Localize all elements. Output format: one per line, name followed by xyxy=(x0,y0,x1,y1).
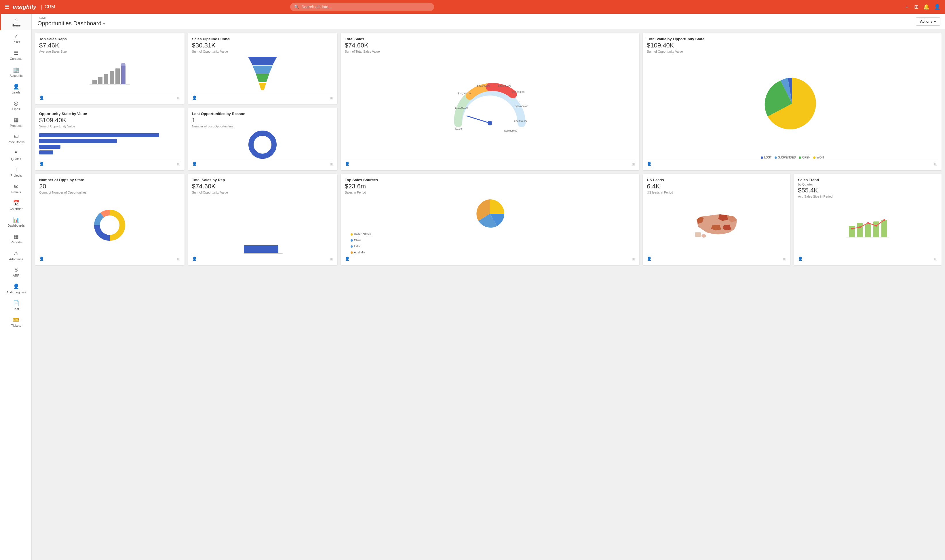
sidebar-label-dashboards: Dashboards xyxy=(8,224,25,228)
hbar-fill-2 xyxy=(39,139,117,143)
sidebar-label-emails: Emails xyxy=(11,191,21,194)
sidebar-label-reports: Reports xyxy=(11,240,22,244)
svg-rect-51 xyxy=(873,222,879,237)
price-books-icon: 🏷 xyxy=(14,134,19,140)
sidebar-item-quotes[interactable]: ❝ Quotes xyxy=(0,147,31,164)
grid-icon[interactable]: ⊞ xyxy=(914,4,919,10)
search-bar[interactable]: 🔍 xyxy=(290,3,434,11)
sidebar-label-leads: Leads xyxy=(12,91,20,94)
svg-point-26 xyxy=(488,121,492,125)
card-sales-pipeline: Sales Pipeline Funnel $30.31K Sum of Opp… xyxy=(188,33,338,104)
sidebar-item-test[interactable]: 📄 Test xyxy=(0,297,31,314)
sidebar-item-home[interactable]: ⌂ Home xyxy=(0,14,31,30)
search-input[interactable] xyxy=(301,5,430,9)
content-header: HOME Opportunities Dashboard ▾ Actions ▾ xyxy=(32,14,945,29)
actions-label: Actions xyxy=(920,19,932,24)
card-title-sales-trend: Sales Trend xyxy=(798,178,937,182)
legend-dot-australia xyxy=(351,251,353,254)
table-icon-lost-opp: ⊞ xyxy=(330,162,333,166)
card-sales-trend: Sales Trend by Quarter $55.4K Avg Sales … xyxy=(794,174,942,265)
sidebar-item-opps[interactable]: ◎ Opps xyxy=(0,97,31,114)
card-footer-num-opps: 👤 ⊞ xyxy=(39,254,180,261)
card-subtitle-main-sales-trend: by Quarter xyxy=(798,183,937,186)
sidebar-label-tasks: Tasks xyxy=(12,40,20,44)
sidebar-item-reports[interactable]: ▦ Reports xyxy=(0,231,31,247)
sidebar-item-contacts[interactable]: ☰ Contacts xyxy=(0,47,31,63)
bell-icon[interactable]: 🔔 xyxy=(923,4,930,10)
top-nav: ☰ insightly | CRM 🔍 ＋ ⊞ 🔔 👤 xyxy=(0,0,945,14)
main-layout: ⌂ Home ✓ Tasks ☰ Contacts 🏢 Accounts 👤 L… xyxy=(0,14,945,560)
user-icon[interactable]: 👤 xyxy=(934,4,940,10)
sidebar-label-projects: Projects xyxy=(10,174,22,177)
person-icon-us-leads: 👤 xyxy=(647,257,652,261)
products-icon: ▦ xyxy=(14,117,19,123)
svg-rect-1 xyxy=(98,77,102,84)
table-icon-sales-trend: ⊞ xyxy=(934,257,937,261)
sidebar-item-tickets[interactable]: 🎫 Tickets xyxy=(0,314,31,331)
card-title-num-opps: Number of Opps by State xyxy=(39,178,180,182)
sidebar-item-leads[interactable]: 👤 Leads xyxy=(0,80,31,97)
svg-rect-4 xyxy=(116,68,120,84)
sidebar-item-emails[interactable]: ✉ Emails xyxy=(0,180,31,197)
sidebar-item-price-books[interactable]: 🏷 Price Books xyxy=(0,131,31,147)
sidebar-item-projects[interactable]: T Projects xyxy=(0,164,31,180)
home-icon: ⌂ xyxy=(15,17,18,23)
card-title-top-sources: Top Sales Sources xyxy=(345,178,635,182)
legend-dot-us xyxy=(351,233,353,235)
hbar-fill-1 xyxy=(39,133,159,137)
svg-rect-48 xyxy=(849,226,855,237)
page-title: Opportunities Dashboard ▾ xyxy=(37,20,105,27)
svg-text:$60,000.00: $60,000.00 xyxy=(515,105,528,108)
sidebar-item-products[interactable]: ▦ Products xyxy=(0,114,31,131)
logo: insightly xyxy=(13,4,36,10)
actions-button[interactable]: Actions ▾ xyxy=(916,17,940,26)
person-icon-pipeline: 👤 xyxy=(192,95,197,100)
card-value-num-opps: 20 xyxy=(39,183,180,190)
card-value-us-leads: 6.4K xyxy=(647,183,786,190)
card-value-total-value: $109.40K xyxy=(647,42,937,49)
card-value-opp-state: $109.40K xyxy=(39,117,180,124)
card-subtitle-pipeline: Sum of Opportunity Value xyxy=(192,50,333,53)
chart-sales-trend xyxy=(798,200,937,254)
trend-svg xyxy=(846,214,890,240)
person-icon-sales-trend: 👤 xyxy=(798,257,803,261)
legend-dot-suspended xyxy=(775,157,777,159)
legend-won: WON xyxy=(813,156,823,159)
card-subtitle-lost-opp: Number of Lost Opportunities xyxy=(192,125,333,128)
legend-label-suspended: SUSPENDED xyxy=(778,156,796,159)
hbar-chart xyxy=(39,133,180,156)
sidebar-item-accounts[interactable]: 🏢 Accounts xyxy=(0,64,31,80)
hamburger-menu[interactable]: ☰ xyxy=(5,4,9,10)
card-value-total-by-rep: $74.60K xyxy=(192,183,333,190)
hbar-row-4 xyxy=(39,151,180,154)
sidebar-item-dashboards[interactable]: 📊 Dashboards xyxy=(0,214,31,231)
legend-label-won: WON xyxy=(817,156,823,159)
table-icon-total-value: ⊞ xyxy=(934,162,937,166)
sidebar-item-tasks[interactable]: ✓ Tasks xyxy=(0,30,31,47)
svg-point-53 xyxy=(851,228,853,229)
svg-text:$10,000.00: $10,000.00 xyxy=(455,106,468,109)
legend-label-open: OPEN xyxy=(802,156,810,159)
sidebar-item-arr[interactable]: $ ARR xyxy=(0,264,31,280)
legend-dot-won xyxy=(813,157,816,159)
add-icon[interactable]: ＋ xyxy=(904,3,910,10)
table-icon: ⊞ xyxy=(177,95,180,100)
sidebar-item-adoptions[interactable]: ⚠ Adoptions xyxy=(0,247,31,264)
sidebar-label-quotes: Quotes xyxy=(11,157,21,161)
card-subtitle-total-by-rep: Sum of Opportunity Value xyxy=(192,191,333,194)
num-opps-donut-svg xyxy=(94,209,125,241)
person-icon-num-opps: 👤 xyxy=(39,257,44,261)
card-value-pipeline: $30.31K xyxy=(192,42,333,49)
chart-us-leads xyxy=(647,197,786,254)
adoptions-icon: ⚠ xyxy=(14,250,18,257)
card-value-sales-trend: $55.4K xyxy=(798,187,937,194)
sidebar-item-audit[interactable]: 👤 Audit Loggers xyxy=(0,280,31,297)
logo-divider: | xyxy=(41,4,42,10)
card-footer-total-by-rep: 👤 ⊞ xyxy=(192,254,333,261)
legend-label-china: China xyxy=(354,239,362,242)
sidebar-item-calendar[interactable]: 📅 Calendar xyxy=(0,197,31,214)
card-title-us-leads: US Leads xyxy=(647,178,786,182)
svg-text:$70,000.00: $70,000.00 xyxy=(514,119,527,122)
svg-point-37 xyxy=(256,138,269,151)
sidebar-label-contacts: Contacts xyxy=(10,57,22,61)
